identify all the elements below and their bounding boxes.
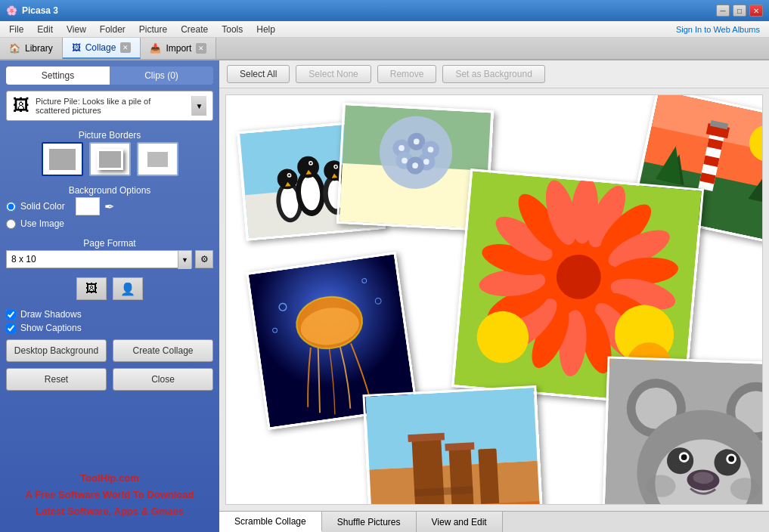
menu-view[interactable]: View xyxy=(60,23,92,36)
library-icon: 🏠 xyxy=(9,43,20,54)
draw-shadows-checkbox[interactable] xyxy=(6,310,16,320)
landscape-button[interactable]: 🖼 xyxy=(76,277,107,300)
tab-view-and-edit[interactable]: View and Edit xyxy=(417,512,503,532)
pile-icon: 🖼 xyxy=(13,96,29,116)
menu-bar: File Edit View Folder Picture Create Too… xyxy=(0,21,769,38)
page-format-section: Page Format 8 x 10 ▼ ⚙ xyxy=(6,235,213,268)
tab-collage[interactable]: 🖼 Collage ✕ xyxy=(63,38,141,59)
watermark-line3: Latest Software, Apps & Gmaes xyxy=(6,503,213,520)
reset-button[interactable]: Reset xyxy=(6,368,107,391)
tab-scramble-collage[interactable]: Scramble Collage xyxy=(219,512,322,532)
collage-area xyxy=(225,94,763,505)
create-collage-button[interactable]: Create Collage xyxy=(113,339,213,362)
minimize-button[interactable]: ─ xyxy=(716,5,730,17)
import-tab-close[interactable]: ✕ xyxy=(196,43,206,54)
align-row: 🖼 👤 xyxy=(6,277,213,300)
photo-koala[interactable] xyxy=(601,356,763,505)
tab-shuffle-pictures[interactable]: Shuffle Pictures xyxy=(322,512,417,532)
tab-settings[interactable]: Settings xyxy=(6,66,110,85)
menu-tools[interactable]: Tools xyxy=(216,23,249,36)
background-options-label: Background Options xyxy=(6,185,213,196)
app-title: Picasa 3 xyxy=(22,5,58,16)
eyedropper-icon[interactable]: ✒ xyxy=(104,200,114,214)
pile-selector[interactable]: 🖼 Picture Pile: Looks like a pile of sca… xyxy=(6,91,213,121)
solid-color-radio[interactable] xyxy=(6,202,16,212)
use-image-option[interactable]: Use Image xyxy=(6,218,213,229)
page-settings-button[interactable]: ⚙ xyxy=(195,250,213,268)
border-option-shadow[interactable] xyxy=(89,142,131,176)
border-preview-shadow xyxy=(97,149,123,170)
pile-description: Picture Pile: Looks like a pile of scatt… xyxy=(36,97,185,115)
maximize-button[interactable]: □ xyxy=(733,5,746,17)
window-controls: ─ □ ✕ xyxy=(716,5,763,17)
picture-borders-section: Picture Borders xyxy=(6,127,213,176)
tab-library[interactable]: 🏠 Library xyxy=(0,38,63,59)
main-layout: Settings Clips (0) 🖼 Picture Pile: Looks… xyxy=(0,60,769,532)
menu-edit[interactable]: Edit xyxy=(31,23,59,36)
picture-borders-label: Picture Borders xyxy=(6,130,213,141)
collage-icon: 🖼 xyxy=(72,42,81,53)
close-panel-button[interactable]: Close xyxy=(113,368,213,391)
solid-color-option[interactable]: Solid Color xyxy=(6,201,65,212)
tab-import[interactable]: 📥 Import ✕ xyxy=(141,38,216,59)
import-icon: 📥 xyxy=(150,43,161,54)
set-as-background-button[interactable]: Set as Background xyxy=(442,65,544,83)
show-captions-row: Show Captions xyxy=(6,323,213,333)
desktop-background-button[interactable]: Desktop Background xyxy=(6,339,107,362)
solid-color-label: Solid Color xyxy=(20,201,65,212)
tab-clips[interactable]: Clips (0) xyxy=(110,66,213,85)
watermark-section: ToolHip.com A Free Software World To Dow… xyxy=(6,464,213,526)
format-dropdown-arrow[interactable]: ▼ xyxy=(178,251,191,269)
svg-rect-85 xyxy=(448,446,474,505)
use-image-label: Use Image xyxy=(20,218,64,229)
draw-shadows-row: Draw Shadows xyxy=(6,309,213,320)
menu-file[interactable]: File xyxy=(3,23,29,36)
menu-items: File Edit View Folder Picture Create Too… xyxy=(3,23,281,36)
page-format-label: Page Format xyxy=(6,238,213,249)
collage-tab-close[interactable]: ✕ xyxy=(120,42,131,53)
use-image-radio[interactable] xyxy=(6,219,16,229)
menu-folder[interactable]: Folder xyxy=(94,23,132,36)
format-select-row: 8 x 10 ▼ ⚙ xyxy=(6,250,213,268)
page-format-value: 8 x 10 xyxy=(11,254,36,264)
select-all-button[interactable]: Select All xyxy=(227,65,290,83)
app-icon: 🌸 xyxy=(6,5,17,16)
page-format-dropdown[interactable]: 8 x 10 ▼ xyxy=(6,250,192,268)
library-tab-label: Library xyxy=(25,43,53,54)
show-captions-label: Show Captions xyxy=(20,323,82,333)
bottom-tabs: Scramble Collage Shuffle Pictures View a… xyxy=(219,511,769,532)
remove-button[interactable]: Remove xyxy=(377,65,437,83)
tab-bar: 🏠 Library 🖼 Collage ✕ 📥 Import ✕ xyxy=(0,38,769,60)
border-preview-none xyxy=(49,149,76,170)
watermark-line1: ToolHip.com xyxy=(6,470,213,487)
photo-desert[interactable] xyxy=(362,385,543,505)
menu-picture[interactable]: Picture xyxy=(133,23,173,36)
left-panel: Settings Clips (0) 🖼 Picture Pile: Looks… xyxy=(0,60,219,532)
import-tab-label: Import xyxy=(166,43,191,54)
border-option-thick[interactable] xyxy=(137,142,178,176)
background-options-section: Background Options Solid Color ✒ Use Ima… xyxy=(6,182,213,229)
bg-options: Solid Color ✒ Use Image xyxy=(6,197,213,229)
watermark-line2: A Free Software World To Download xyxy=(6,487,213,503)
sign-in-link[interactable]: Sign In to Web Albums xyxy=(676,25,766,34)
secondary-buttons-row: Reset Close xyxy=(6,368,213,391)
right-content: Select All Select None Remove Set as Bac… xyxy=(219,60,769,532)
title-bar-content: 🌸 Picasa 3 xyxy=(6,5,58,16)
content-toolbar: Select All Select None Remove Set as Bac… xyxy=(219,60,769,88)
draw-shadows-label: Draw Shadows xyxy=(20,309,82,320)
show-captions-checkbox[interactable] xyxy=(6,323,16,333)
border-option-none[interactable] xyxy=(42,142,83,176)
menu-help[interactable]: Help xyxy=(250,23,281,36)
checkboxes-section: Draw Shadows Show Captions xyxy=(6,309,213,333)
select-none-button[interactable]: Select None xyxy=(296,65,371,83)
color-swatch[interactable] xyxy=(76,197,100,215)
svg-rect-86 xyxy=(445,442,474,451)
border-preview-thick xyxy=(144,149,171,170)
pile-dropdown-arrow[interactable]: ▼ xyxy=(191,96,206,116)
inner-tabs: Settings Clips (0) xyxy=(6,66,213,85)
menu-create[interactable]: Create xyxy=(175,23,214,36)
portrait-button[interactable]: 👤 xyxy=(113,277,143,300)
title-bar: 🌸 Picasa 3 ─ □ ✕ xyxy=(0,0,769,21)
collage-tab-label: Collage xyxy=(85,42,116,53)
close-window-button[interactable]: ✕ xyxy=(749,5,763,17)
